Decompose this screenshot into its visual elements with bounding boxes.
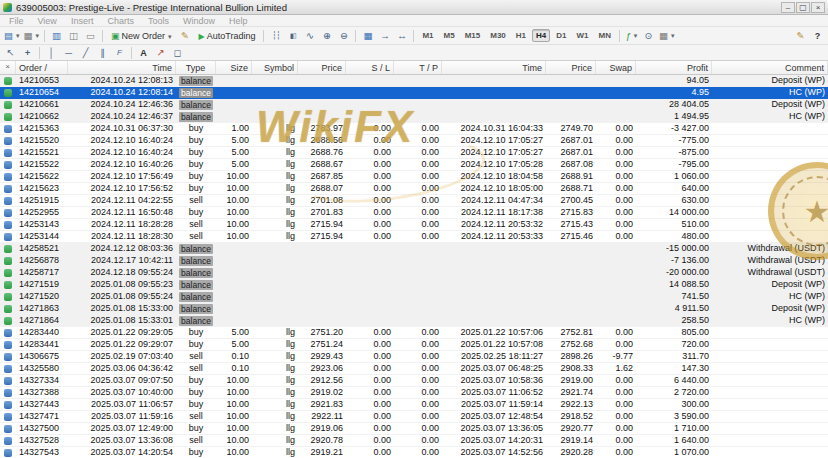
- col-header-symbol[interactable]: Symbol: [252, 61, 298, 74]
- new-order-button[interactable]: New Order: [106, 28, 177, 43]
- history-row[interactable]: 142718632025.01.08 15:33:00balance4 911.…: [0, 303, 828, 315]
- timeframe-h1-button[interactable]: H1: [512, 29, 530, 42]
- col-header-price[interactable]: Price: [546, 61, 596, 74]
- timeframe-mn-button[interactable]: MN: [594, 29, 614, 42]
- menu-item-help[interactable]: Help: [222, 16, 255, 26]
- history-row[interactable]: 142531432024.12.11 18:28:28sell10.00llg2…: [0, 219, 828, 231]
- indicators-icon[interactable]: [623, 28, 640, 43]
- history-row[interactable]: 142106612024.10.24 12:46:36balance28 404…: [0, 99, 828, 111]
- zoom-out-icon[interactable]: [335, 28, 352, 43]
- history-row[interactable]: 142519152024.12.11 04:22:55sell10.00llg2…: [0, 195, 828, 207]
- history-row[interactable]: 142106542024.10.24 12:08:14balance4.95HC…: [0, 87, 828, 99]
- history-row[interactable]: 142155222024.12.10 16:40:26buy5.00llg268…: [0, 159, 828, 171]
- history-row[interactable]: 142156222024.12.10 17:56:49buy10.00llg26…: [0, 171, 828, 183]
- history-row[interactable]: 142155202024.12.10 16:40:24buy5.00llg268…: [0, 135, 828, 147]
- terminal-icon[interactable]: [82, 28, 99, 43]
- menu-item-view[interactable]: View: [31, 16, 64, 26]
- tile-windows-icon[interactable]: [359, 28, 376, 43]
- col-header-time[interactable]: Time: [68, 61, 176, 74]
- timeframe-m1-button[interactable]: M1: [418, 29, 437, 42]
- trade-row-icon: [4, 197, 12, 205]
- timeframe-m15-button[interactable]: M15: [461, 29, 485, 42]
- menu-item-tools[interactable]: Tools: [141, 16, 176, 26]
- history-row[interactable]: 142531442024.12.11 18:28:30sell10.00llg2…: [0, 231, 828, 243]
- col-header-t-p[interactable]: T / P: [394, 61, 442, 74]
- chart-shift-icon[interactable]: [393, 28, 410, 43]
- line-chart-icon[interactable]: [301, 28, 318, 43]
- profiles-icon[interactable]: [22, 28, 42, 43]
- auto-scroll-icon[interactable]: [376, 28, 393, 43]
- history-row[interactable]: 143255802025.03.06 04:36:42sell0.10llg29…: [0, 363, 828, 375]
- zoom-in-icon[interactable]: [318, 28, 335, 43]
- col-header-size[interactable]: Size: [216, 61, 252, 74]
- edit-icon[interactable]: [792, 28, 809, 43]
- crosshair-icon[interactable]: [19, 45, 36, 60]
- history-row[interactable]: 142587172024.12.18 09:55:24balance-20 00…: [0, 267, 828, 279]
- cell-swap: 0.00: [596, 171, 636, 182]
- metaeditor-icon[interactable]: [177, 28, 194, 43]
- channel-icon[interactable]: [94, 45, 111, 60]
- arrow-tool-icon[interactable]: [152, 45, 169, 60]
- col-header-order[interactable]: Order /: [16, 61, 68, 74]
- history-row[interactable]: 143273882025.03.07 10:40:00buy10.00llg29…: [0, 387, 828, 399]
- shapes-tool-icon[interactable]: [169, 45, 186, 60]
- col-header-type[interactable]: Type: [176, 61, 216, 74]
- history-row[interactable]: 142106532024.10.24 12:08:13balance94.05D…: [0, 75, 828, 87]
- timeframe-d1-button[interactable]: D1: [552, 29, 570, 42]
- history-row[interactable]: 142834412025.01.22 09:29:07buy5.00llg275…: [0, 339, 828, 351]
- menu-item-window[interactable]: Window: [176, 16, 222, 26]
- timeframe-m5-button[interactable]: M5: [440, 29, 459, 42]
- history-row[interactable]: 142529552024.12.11 16:50:48buy10.00llg27…: [0, 207, 828, 219]
- history-row[interactable]: 143273342025.03.07 09:07:50buy10.00llg29…: [0, 375, 828, 387]
- history-row[interactable]: 142568782024.12.17 10:42:11balance-7 136…: [0, 255, 828, 267]
- history-row[interactable]: 143274712025.03.07 11:59:16sell10.00llg2…: [0, 411, 828, 423]
- navigator-icon[interactable]: [65, 28, 82, 43]
- col-header-price[interactable]: Price: [298, 61, 346, 74]
- col-header-comment[interactable]: Comment: [712, 61, 828, 74]
- history-row[interactable]: 143275002025.03.07 12:49:00buy10.00llg29…: [0, 423, 828, 435]
- history-row[interactable]: 142718642025.01.08 15:33:01balance258.50…: [0, 315, 828, 327]
- text-tool-icon[interactable]: [135, 45, 152, 60]
- history-row[interactable]: 142155212024.12.10 16:40:24buy5.00llg268…: [0, 147, 828, 159]
- history-row[interactable]: 142156232024.12.10 17:56:52buy10.00llg26…: [0, 183, 828, 195]
- cursor-icon[interactable]: [2, 45, 19, 60]
- col-header-swap[interactable]: Swap: [596, 61, 636, 74]
- history-row[interactable]: 142153632024.10.31 06:37:30buy1.00llg278…: [0, 123, 828, 135]
- history-row[interactable]: 143275432025.03.07 14:20:54buy10.00llg29…: [0, 447, 828, 458]
- maximize-button[interactable]: [796, 2, 810, 13]
- horizontal-line-icon[interactable]: [60, 45, 77, 60]
- templates-icon[interactable]: [657, 28, 677, 43]
- vertical-line-icon[interactable]: [43, 45, 60, 60]
- history-row[interactable]: 142834402025.01.22 09:29:05buy5.00llg275…: [0, 327, 828, 339]
- menu-item-charts[interactable]: Charts: [100, 16, 141, 26]
- timeframe-h4-button[interactable]: H4: [532, 29, 550, 42]
- minimize-button[interactable]: [781, 2, 795, 13]
- panel-close-icon[interactable]: [3, 63, 12, 72]
- bar-chart-icon[interactable]: [267, 28, 284, 43]
- candlestick-chart-icon[interactable]: [284, 28, 301, 43]
- history-row[interactable]: 142715202025.01.08 09:55:24balance741.50…: [0, 291, 828, 303]
- timeframe-m30-button[interactable]: M30: [486, 29, 510, 42]
- col-header-time[interactable]: Time: [442, 61, 546, 74]
- new-chart-icon[interactable]: [2, 28, 22, 43]
- fibonacci-icon[interactable]: [111, 45, 128, 60]
- market-watch-icon[interactable]: [48, 28, 65, 43]
- autotrading-button[interactable]: AutoTrading: [194, 28, 261, 43]
- trendline-icon[interactable]: [77, 45, 94, 60]
- menu-item-file[interactable]: File: [2, 16, 31, 26]
- timeframe-w1-button[interactable]: W1: [572, 29, 592, 42]
- cell-price: 2922.11: [298, 411, 346, 422]
- history-row[interactable]: 142585212024.12.12 08:03:36balance-15 00…: [0, 243, 828, 255]
- history-row[interactable]: 143066752025.02.19 07:03:40sell0.10llg29…: [0, 351, 828, 363]
- history-row[interactable]: 143275282025.03.07 13:36:08sell10.00llg2…: [0, 435, 828, 447]
- periods-icon[interactable]: [640, 28, 657, 43]
- close-button[interactable]: [811, 2, 825, 13]
- history-row[interactable]: 143274432025.03.07 11:06:57buy10.00llg29…: [0, 399, 828, 411]
- history-row[interactable]: 142715192025.01.08 09:55:23balance14 088…: [0, 279, 828, 291]
- cell-symbol: llg: [252, 399, 298, 410]
- col-header-s-l[interactable]: S / L: [346, 61, 394, 74]
- menu-item-insert[interactable]: Insert: [64, 16, 101, 26]
- col-header-profit[interactable]: Profit: [636, 61, 712, 74]
- history-row[interactable]: 142106622024.10.24 12:46:37balance1 494.…: [0, 111, 828, 123]
- help-icon[interactable]: [809, 28, 826, 43]
